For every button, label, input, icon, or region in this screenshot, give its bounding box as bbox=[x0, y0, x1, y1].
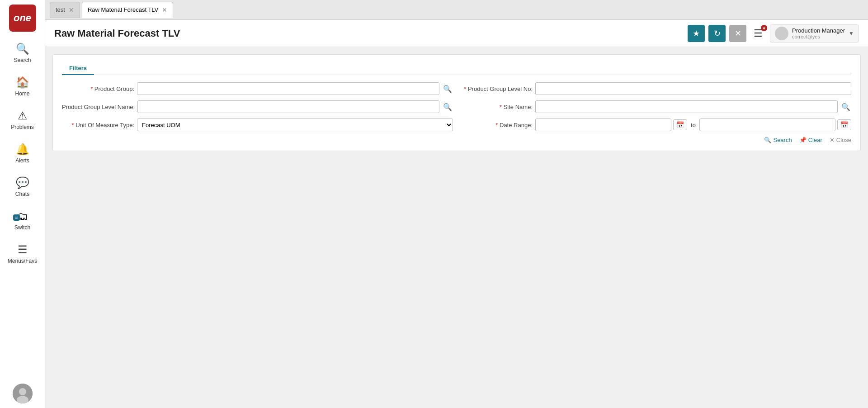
user-info: Production Manager correct@yes bbox=[792, 27, 845, 39]
filters-tab[interactable]: Filters bbox=[62, 62, 94, 75]
date-to-input[interactable] bbox=[699, 119, 835, 131]
user-dropdown[interactable]: Production Manager correct@yes ▼ bbox=[770, 24, 859, 43]
filter-row-2: Product Group Level Name: 🔍 * Site Name:… bbox=[62, 100, 851, 113]
required-star-4: * bbox=[71, 122, 74, 128]
warning-icon: ⚠ bbox=[18, 109, 28, 122]
sidebar-item-home[interactable]: 🏠 Home bbox=[0, 70, 45, 103]
product-group-search-button[interactable]: 🔍 bbox=[442, 84, 453, 94]
tab-test[interactable]: test ✕ bbox=[50, 2, 80, 18]
product-group-level-no-label: * Product Group Level No: bbox=[460, 85, 533, 92]
pin-icon: 📌 bbox=[799, 137, 807, 143]
tab-rmf[interactable]: Raw Material Forecast TLV ✕ bbox=[82, 2, 173, 18]
required-star-2: * bbox=[464, 85, 466, 92]
content-area: Filters * Product Group: 🔍 * Product Gr bbox=[45, 47, 868, 408]
sidebar-item-alerts[interactable]: 🔔 Alerts bbox=[0, 137, 45, 170]
menu-notification-badge bbox=[761, 25, 767, 31]
filter-row-3: * Unit Of Measure Type: Forecast UOM * D… bbox=[62, 119, 851, 131]
product-group-level-name-input[interactable] bbox=[137, 100, 439, 113]
sidebar-item-search[interactable]: 🔍 Search bbox=[0, 36, 45, 70]
uom-type-select[interactable]: Forecast UOM bbox=[137, 119, 453, 131]
product-group-field: * Product Group: 🔍 bbox=[62, 82, 453, 95]
sidebar-item-problems[interactable]: ⚠ Problems bbox=[0, 103, 45, 137]
close-page-button[interactable]: ✕ bbox=[729, 25, 746, 42]
uom-type-field: * Unit Of Measure Type: Forecast UOM bbox=[62, 119, 453, 131]
site-name-label: * Site Name: bbox=[460, 104, 533, 110]
sidebar-item-menus[interactable]: ☰ Menus/Favs bbox=[0, 237, 45, 270]
search-link[interactable]: 🔍 Search bbox=[764, 137, 792, 143]
switch-badge: ≡ bbox=[13, 214, 19, 221]
filter-row-1: * Product Group: 🔍 * Product Group Level… bbox=[62, 82, 851, 95]
date-to-calendar-button[interactable]: 📅 bbox=[837, 119, 851, 130]
sidebar: one 🔍 Search 🏠 Home ⚠ Problems 🔔 Alerts … bbox=[0, 0, 45, 408]
site-name-field: * Site Name: 🔍 bbox=[460, 100, 851, 113]
chevron-down-icon: ▼ bbox=[849, 30, 854, 37]
search-icon-small: 🔍 bbox=[764, 137, 771, 143]
bell-icon: 🔔 bbox=[16, 143, 29, 156]
product-group-level-no-field: * Product Group Level No: bbox=[460, 82, 851, 95]
required-star-3: * bbox=[500, 104, 502, 110]
filter-actions: 🔍 Search 📌 Clear ✕ Close bbox=[62, 137, 851, 143]
date-range-field: * Date Range: 📅 to 📅 bbox=[460, 119, 851, 131]
clear-link[interactable]: 📌 Clear bbox=[799, 137, 822, 143]
page-header: Raw Material Forecast TLV ★ ↻ ✕ ☰ Produc… bbox=[45, 20, 868, 47]
date-range-group: 📅 to 📅 bbox=[535, 119, 851, 131]
favorite-button[interactable]: ★ bbox=[688, 25, 705, 42]
product-group-level-name-field: Product Group Level Name: 🔍 bbox=[62, 100, 453, 113]
uom-type-label: * Unit Of Measure Type: bbox=[62, 122, 134, 128]
filters-tabs: Filters bbox=[62, 62, 851, 75]
date-from-calendar-button[interactable]: 📅 bbox=[673, 119, 687, 130]
product-group-level-name-search-button[interactable]: 🔍 bbox=[442, 102, 453, 112]
product-group-level-name-label: Product Group Level Name: bbox=[62, 104, 135, 110]
user-avatar[interactable] bbox=[13, 384, 33, 403]
product-group-input[interactable] bbox=[137, 82, 439, 95]
app-logo[interactable]: one bbox=[9, 5, 36, 32]
svg-point-1 bbox=[19, 388, 26, 395]
page-title: Raw Material Forecast TLV bbox=[54, 28, 688, 39]
close-link[interactable]: ✕ Close bbox=[830, 137, 851, 143]
close-tab-rmf[interactable]: ✕ bbox=[162, 6, 167, 14]
user-avatar-small bbox=[775, 27, 788, 40]
product-group-label: * Product Group: bbox=[62, 85, 134, 92]
site-name-input[interactable] bbox=[535, 100, 838, 113]
tab-bar: test ✕ Raw Material Forecast TLV ✕ bbox=[45, 0, 868, 20]
site-name-search-button[interactable]: 🔍 bbox=[840, 102, 851, 112]
sidebar-item-chats[interactable]: 💬 Chats bbox=[0, 170, 45, 204]
search-icon: 🔍 bbox=[16, 43, 29, 55]
close-icon: ✕ bbox=[830, 137, 835, 143]
chat-icon: 💬 bbox=[16, 176, 29, 189]
refresh-button[interactable]: ↻ bbox=[708, 25, 726, 42]
home-icon: 🏠 bbox=[16, 76, 29, 89]
close-tab-test[interactable]: ✕ bbox=[69, 6, 74, 14]
product-group-level-no-input[interactable] bbox=[535, 82, 851, 95]
filters-panel: Filters * Product Group: 🔍 * Product Gr bbox=[52, 54, 861, 151]
required-star-5: * bbox=[495, 122, 498, 128]
menu-button[interactable]: ☰ bbox=[750, 26, 766, 41]
main-content: test ✕ Raw Material Forecast TLV ✕ Raw M… bbox=[45, 0, 868, 408]
required-star: * bbox=[90, 85, 93, 92]
header-actions: ★ ↻ ✕ ☰ Production Manager correct@yes ▼ bbox=[688, 24, 859, 43]
hamburger-icon: ☰ bbox=[18, 243, 28, 256]
date-range-label: * Date Range: bbox=[460, 122, 533, 128]
date-from-input[interactable] bbox=[535, 119, 671, 131]
sidebar-item-switch[interactable]: 🗂 ≡ Switch bbox=[0, 204, 45, 237]
